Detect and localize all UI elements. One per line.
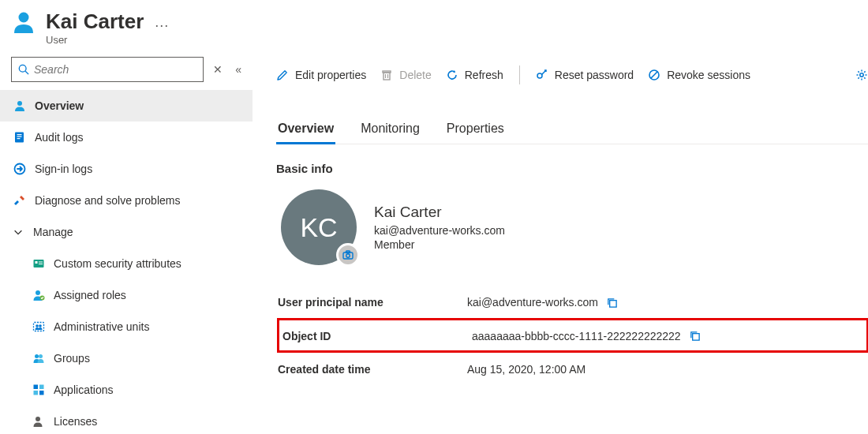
- svg-rect-20: [34, 385, 39, 390]
- sidebar-item-label: Licenses: [54, 415, 97, 428]
- log-book-icon: [13, 130, 27, 144]
- sidebar-item-licenses[interactable]: Licenses: [19, 406, 253, 434]
- tab-properties[interactable]: Properties: [445, 115, 506, 144]
- svg-rect-5: [17, 134, 22, 135]
- svg-rect-10: [36, 261, 38, 264]
- sidebar-item-label: Diagnose and solve problems: [35, 194, 180, 207]
- svg-point-17: [39, 324, 42, 327]
- edit-properties-button[interactable]: Edit properties: [276, 69, 366, 81]
- toolbar-label: Edit properties: [295, 69, 366, 81]
- svg-point-1: [19, 65, 26, 72]
- key-icon: [536, 69, 548, 81]
- svg-point-19: [39, 354, 43, 358]
- svg-line-2: [25, 71, 28, 74]
- svg-rect-45: [692, 334, 698, 340]
- change-photo-button[interactable]: [336, 243, 360, 267]
- svg-rect-26: [383, 71, 391, 73]
- svg-point-32: [860, 73, 863, 77]
- svg-rect-21: [39, 385, 44, 390]
- user-icon: [13, 99, 27, 113]
- collapse-sidebar-button[interactable]: «: [232, 60, 245, 79]
- tab-overview[interactable]: Overview: [276, 115, 335, 144]
- profile-display-name: Kai Carter: [374, 204, 505, 221]
- profile-member-type: Member: [374, 238, 505, 251]
- svg-line-39: [864, 71, 865, 72]
- sidebar-item-label: Assigned roles: [54, 289, 126, 301]
- search-input[interactable]: [34, 63, 196, 76]
- clear-search-button[interactable]: ✕: [210, 60, 226, 79]
- svg-line-38: [864, 77, 865, 78]
- tools-icon: [13, 193, 27, 208]
- delete-button: Delete: [380, 69, 431, 81]
- toolbar-separator: [519, 65, 520, 84]
- sidebar-item-diagnose[interactable]: Diagnose and solve problems: [0, 185, 253, 216]
- row-upn: User principal name kai@adventure-works.…: [278, 286, 868, 319]
- toolbar-label: Revoke sessions: [667, 69, 750, 81]
- svg-line-40: [858, 77, 859, 78]
- svg-point-16: [36, 324, 39, 327]
- svg-rect-23: [39, 391, 44, 395]
- sidebar-item-overview[interactable]: Overview: [0, 90, 253, 122]
- svg-rect-4: [15, 133, 24, 143]
- upn-label: User principal name: [278, 296, 467, 309]
- reset-password-button[interactable]: Reset password: [536, 69, 634, 81]
- created-label: Created date time: [278, 363, 467, 376]
- sidebar-item-label: Groups: [54, 352, 90, 365]
- sidebar-item-label: Audit logs: [35, 131, 83, 144]
- svg-rect-43: [346, 251, 350, 253]
- svg-rect-6: [17, 137, 22, 137]
- svg-point-0: [19, 13, 29, 23]
- profile-email: kai@adventure-works.com: [374, 224, 505, 237]
- groups-icon: [32, 351, 46, 365]
- toolbar-label: Refresh: [465, 69, 503, 81]
- search-input-wrapper[interactable]: [11, 57, 204, 82]
- sidebar-item-sign-in-logs[interactable]: Sign-in logs: [0, 153, 253, 185]
- sidebar-item-assigned-roles[interactable]: Assigned roles: [19, 279, 253, 311]
- copy-upn-button[interactable]: [606, 297, 618, 309]
- role-user-icon: [32, 288, 46, 302]
- settings-overflow-button[interactable]: [855, 69, 868, 81]
- sidebar-item-admin-units[interactable]: Administrative units: [19, 311, 253, 342]
- trash-icon: [380, 69, 393, 81]
- row-created-date: Created date time Aug 15, 2020, 12:00 AM: [278, 352, 868, 385]
- svg-rect-44: [610, 300, 616, 306]
- created-value: Aug 15, 2020, 12:00 AM: [467, 363, 586, 376]
- more-menu-button[interactable]: ···: [155, 12, 169, 32]
- sidebar-item-applications[interactable]: Applications: [19, 374, 253, 406]
- tab-label: Properties: [447, 122, 504, 135]
- camera-icon: [342, 249, 354, 261]
- upn-value: kai@adventure-works.com: [467, 296, 598, 309]
- svg-point-3: [17, 101, 22, 106]
- copy-object-id-button[interactable]: [689, 330, 701, 342]
- sidebar-item-label: Overview: [35, 99, 84, 112]
- sidebar-item-label: Sign-in logs: [35, 163, 92, 175]
- toolbar-label: Reset password: [555, 69, 634, 81]
- refresh-button[interactable]: Refresh: [446, 69, 503, 81]
- section-title: Basic info: [276, 162, 868, 175]
- security-card-icon: [32, 256, 46, 271]
- search-icon: [18, 64, 29, 75]
- row-object-id: Object ID aaaaaaaa-bbbb-cccc-1111-222222…: [278, 319, 868, 352]
- sidebar-item-custom-security[interactable]: Custom security attributes: [19, 248, 253, 279]
- object-id-label: Object ID: [282, 330, 472, 342]
- tab-label: Monitoring: [361, 122, 420, 135]
- admin-units-icon: [32, 320, 46, 334]
- svg-rect-11: [39, 262, 43, 263]
- sidebar-item-audit-logs[interactable]: Audit logs: [0, 122, 253, 153]
- sidebar-item-label: Custom security attributes: [54, 257, 181, 270]
- svg-point-18: [35, 354, 39, 358]
- sidebar-item-groups[interactable]: Groups: [19, 342, 253, 374]
- applications-icon: [32, 383, 46, 397]
- block-icon: [648, 69, 660, 81]
- pencil-icon: [276, 69, 289, 81]
- avatar-container: KC: [281, 189, 357, 265]
- svg-point-42: [346, 254, 350, 258]
- sidebar-group-manage[interactable]: Manage: [0, 216, 253, 248]
- page-title: Kai Carter: [46, 9, 144, 34]
- revoke-sessions-button[interactable]: Revoke sessions: [648, 69, 750, 81]
- refresh-icon: [446, 69, 458, 81]
- svg-rect-7: [17, 138, 21, 139]
- tab-monitoring[interactable]: Monitoring: [359, 115, 421, 144]
- svg-point-24: [36, 417, 40, 421]
- sign-in-icon: [13, 162, 27, 176]
